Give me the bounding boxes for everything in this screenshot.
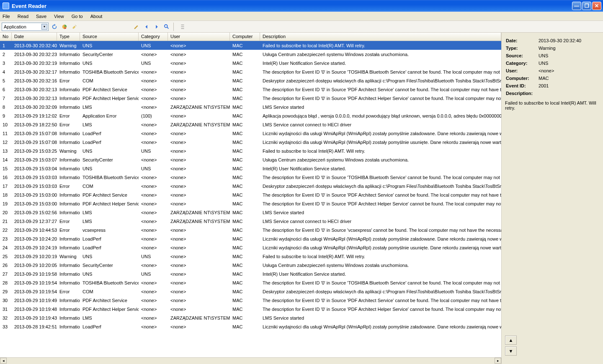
horizontal-scrollbar[interactable]: ◂ ▸	[0, 357, 501, 364]
table-row[interactable]: 142013-09-29 15:03:07InformationSecurity…	[0, 155, 501, 164]
detail-date-label: Date:	[505, 37, 538, 44]
table-row[interactable]: 162013-09-29 15:03:03InformationTOSHIBA …	[0, 173, 501, 182]
close-button[interactable]: ✕	[592, 2, 601, 10]
table-row[interactable]: 122013-09-29 15:07:08InformationLoadPerf…	[0, 138, 501, 146]
table-row[interactable]: 182013-09-29 15:03:00InformationPDF Arch…	[0, 190, 501, 199]
column-description[interactable]: Description	[260, 33, 501, 41]
detail-eventid-value: 2001	[538, 82, 600, 90]
table-row[interactable]: 62013-09-30 20:32:13InformationPDF Archi…	[0, 85, 501, 94]
menu-bar: FileReadSaveViewGo toAbout	[0, 12, 603, 21]
table-row[interactable]: 152013-09-29 15:03:04InformationUNSUNS<n…	[0, 164, 501, 173]
nav-up-button[interactable]: ▲	[505, 336, 517, 345]
window-title: Event Reader	[12, 3, 572, 9]
table-row[interactable]: 282013-09-29 10:19:54InformationTOSHIBA …	[0, 278, 501, 287]
edit-icon[interactable]	[132, 23, 141, 31]
table-row[interactable]: 292013-09-29 10:19:54ErrorCOM<none><none…	[0, 287, 501, 296]
detail-source-value: UNS	[538, 52, 600, 59]
table-row[interactable]: 92013-09-29 19:12:02ErrorApplication Err…	[0, 111, 501, 120]
detail-source-label: Source:	[505, 52, 538, 59]
table-row[interactable]: 212013-09-29 12:37:27ErrorLMS<none>ZARZĄ…	[0, 217, 501, 226]
table-row[interactable]: 22013-09-30 20:32:23InformationSecurityC…	[0, 50, 501, 59]
table-row[interactable]: 172013-09-29 15:03:03ErrorCOM<none><none…	[0, 182, 501, 190]
column-no[interactable]: No	[0, 33, 12, 41]
maximize-button[interactable]: ❐	[582, 2, 591, 10]
table-row[interactable]: 242013-09-29 10:24:19InformationLoadPerf…	[0, 243, 501, 252]
column-user[interactable]: User	[168, 33, 230, 41]
detail-computer-label: Computer:	[505, 74, 538, 82]
table-row[interactable]: 102013-09-29 18:22:50ErrorLMS<none>ZARZĄ…	[0, 120, 501, 129]
detail-panel: Date:2013-09-30 20:32:40 Type:Warning So…	[502, 33, 603, 364]
nav-down-button[interactable]: ▼	[505, 346, 517, 356]
menu-file[interactable]: File	[3, 14, 10, 19]
menu-save[interactable]: Save	[36, 14, 46, 19]
detail-eventid-label: Event ID:	[505, 82, 538, 90]
log-combo[interactable]: Application ▾	[2, 23, 49, 31]
minimize-button[interactable]: —	[572, 2, 581, 10]
table-row[interactable]: 12013-09-30 20:32:40WarningUNSUNS<none>M…	[0, 41, 501, 50]
detail-description-label: Description:	[505, 90, 538, 97]
table-row[interactable]: 132013-09-29 15:03:25WarningUNSUNS<none>…	[0, 146, 501, 155]
table-row[interactable]: 262013-09-29 10:20:05InformationSecurity…	[0, 261, 501, 269]
table-row[interactable]: 32013-09-30 20:32:19InformationUNSUNS<no…	[0, 59, 501, 67]
column-date[interactable]: Date	[12, 33, 57, 41]
pie-icon[interactable]	[60, 23, 69, 31]
detail-category-value: UNS	[538, 59, 600, 67]
table-row[interactable]: 202013-09-29 15:02:56InformationLMS<none…	[0, 208, 501, 217]
table-row[interactable]: 332013-09-28 19:42:51InformationLoadPerf…	[0, 322, 501, 331]
svg-point-1	[165, 24, 168, 27]
next-icon[interactable]	[152, 23, 161, 31]
detail-category-label: Category:	[505, 59, 538, 67]
chevron-down-icon[interactable]: ▾	[41, 24, 47, 30]
table-row[interactable]: 112013-09-29 15:07:08InformationLoadPerf…	[0, 129, 501, 138]
table-row[interactable]: 312013-09-29 10:19:48InformationPDF Arch…	[0, 305, 501, 313]
detail-date-value: 2013-09-30 20:32:40	[538, 37, 600, 44]
scroll-left-icon[interactable]: ◂	[0, 358, 7, 364]
menu-view[interactable]: View	[54, 14, 64, 19]
column-category[interactable]: Category	[139, 33, 168, 41]
prev-icon[interactable]	[142, 23, 151, 31]
table-row[interactable]: 302013-09-29 10:19:49InformationPDF Arch…	[0, 296, 501, 305]
app-icon	[3, 3, 9, 9]
grid-header: NoDateTypeSourceCategoryUserComputerDesc…	[0, 33, 501, 41]
detail-type-label: Type:	[505, 44, 538, 52]
clear-icon[interactable]	[70, 23, 79, 31]
table-row[interactable]: 82013-09-30 20:32:09InformationLMS<none>…	[0, 103, 501, 111]
table-row[interactable]: 222013-09-29 10:44:53Errorvcsexpress<non…	[0, 226, 501, 234]
table-row[interactable]: 252013-09-29 10:20:19WarningUNSUNS<none>…	[0, 252, 501, 261]
table-row[interactable]: 322013-09-29 10:19:43InformationLMS<none…	[0, 313, 501, 322]
column-type[interactable]: Type	[57, 33, 80, 41]
table-row[interactable]: 52013-09-30 20:32:16ErrorCOM<none><none>…	[0, 76, 501, 85]
column-source[interactable]: Source	[80, 33, 139, 41]
format-icon[interactable]	[178, 23, 187, 31]
detail-user-value: <none>	[538, 67, 600, 74]
column-computer[interactable]: Computer	[230, 33, 260, 41]
detail-user-label: User:	[505, 67, 538, 74]
event-grid: NoDateTypeSourceCategoryUserComputerDesc…	[0, 33, 502, 364]
menu-read[interactable]: Read	[18, 14, 28, 19]
find-icon[interactable]	[162, 23, 171, 31]
grid-body[interactable]: 12013-09-30 20:32:40WarningUNSUNS<none>M…	[0, 41, 501, 357]
table-row[interactable]: 232013-09-29 10:24:20InformationLoadPerf…	[0, 234, 501, 243]
detail-type-value: Warning	[538, 44, 600, 52]
table-row[interactable]: 42013-09-30 20:32:17InformationTOSHIBA B…	[0, 67, 501, 76]
table-row[interactable]: 272013-09-29 10:19:58InformationUNSUNS<n…	[0, 269, 501, 278]
table-row[interactable]: 72013-09-30 20:32:13InformationPDF Archi…	[0, 94, 501, 103]
menu-about[interactable]: About	[90, 14, 103, 19]
title-bar: Event Reader — ❐ ✕	[0, 0, 603, 12]
detail-description-value: Failed to subscribe to local Intel(R) AM…	[505, 100, 600, 110]
toolbar: Application ▾	[0, 21, 603, 33]
refresh-icon[interactable]	[50, 23, 59, 31]
log-combo-value: Application	[4, 24, 26, 29]
table-row[interactable]: 192013-09-29 15:03:00InformationPDF Arch…	[0, 199, 501, 208]
detail-computer-value: MAC	[538, 74, 600, 82]
scroll-right-icon[interactable]: ▸	[495, 358, 501, 364]
menu-go-to[interactable]: Go to	[72, 14, 83, 19]
